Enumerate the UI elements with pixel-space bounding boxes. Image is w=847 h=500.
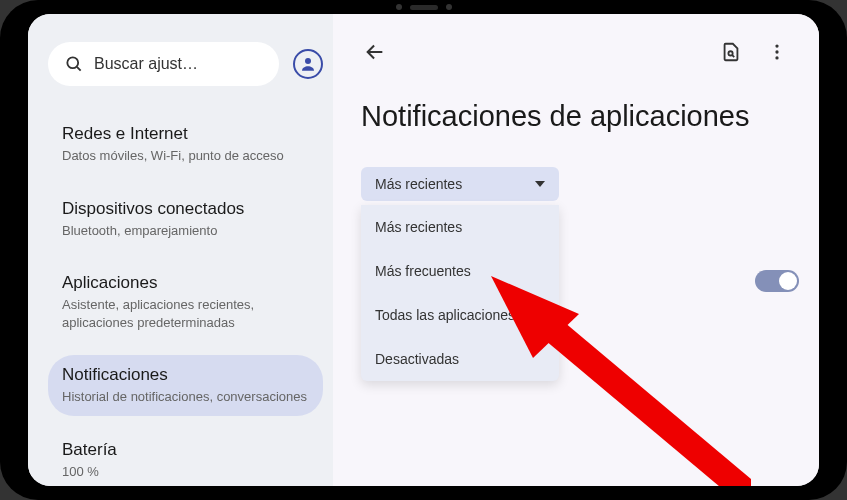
dropdown-option-recent[interactable]: Más recientes bbox=[361, 205, 559, 249]
sidebar-item-sub: Bluetooth, emparejamiento bbox=[62, 222, 309, 240]
sidebar-item-label: Redes e Internet bbox=[62, 124, 309, 144]
sidebar-item-sub: Asistente, aplicaciones recientes, aplic… bbox=[62, 296, 309, 331]
svg-point-0 bbox=[67, 57, 78, 68]
sidebar-item-network[interactable]: Redes e Internet Datos móviles, Wi-Fi, p… bbox=[48, 114, 323, 175]
page-title: Notificaciones de aplicaciones bbox=[361, 100, 791, 133]
sidebar-item-sub: Historial de notificaciones, conversacio… bbox=[62, 388, 309, 406]
main-content: Notificaciones de aplicaciones Más recie… bbox=[333, 14, 819, 486]
search-icon bbox=[64, 54, 84, 74]
sidebar-item-label: Aplicaciones bbox=[62, 273, 309, 293]
sidebar-item-battery[interactable]: Batería 100 % bbox=[48, 430, 323, 486]
sidebar: Buscar ajust… Redes e Internet Datos móv… bbox=[28, 14, 333, 486]
screen: Buscar ajust… Redes e Internet Datos móv… bbox=[28, 14, 819, 486]
dropdown-option-frequent[interactable]: Más frecuentes bbox=[361, 249, 559, 293]
more-vertical-icon bbox=[766, 41, 788, 63]
back-button[interactable] bbox=[361, 38, 389, 66]
toggle-switch[interactable] bbox=[755, 270, 799, 292]
dropdown-menu: Más recientes Más frecuentes Todas las a… bbox=[361, 205, 559, 381]
dropdown-selected: Más recientes bbox=[375, 176, 462, 192]
search-placeholder: Buscar ajust… bbox=[94, 55, 198, 73]
tablet-notch bbox=[364, 0, 484, 14]
svg-point-4 bbox=[728, 51, 732, 55]
arrow-left-icon bbox=[364, 41, 386, 63]
sidebar-item-sub: 100 % bbox=[62, 463, 309, 481]
dropdown-option-all[interactable]: Todas las aplicaciones bbox=[361, 293, 559, 337]
sidebar-item-notifications[interactable]: Notificaciones Historial de notificacion… bbox=[48, 355, 323, 416]
search-input[interactable]: Buscar ajust… bbox=[48, 42, 279, 86]
svg-line-5 bbox=[732, 55, 734, 57]
svg-point-6 bbox=[775, 44, 778, 47]
sidebar-item-sub: Datos móviles, Wi-Fi, punto de acceso bbox=[62, 147, 309, 165]
svg-line-1 bbox=[77, 67, 81, 71]
tablet-frame: Buscar ajust… Redes e Internet Datos móv… bbox=[0, 0, 847, 500]
sidebar-item-devices[interactable]: Dispositivos conectados Bluetooth, empar… bbox=[48, 189, 323, 250]
svg-point-2 bbox=[305, 58, 311, 64]
more-button[interactable] bbox=[763, 38, 791, 66]
profile-avatar[interactable] bbox=[293, 49, 323, 79]
filter-dropdown[interactable]: Más recientes bbox=[361, 167, 559, 201]
find-page-icon bbox=[720, 41, 742, 63]
sidebar-item-apps[interactable]: Aplicaciones Asistente, aplicaciones rec… bbox=[48, 263, 323, 341]
svg-line-9 bbox=[539, 318, 751, 486]
caret-down-icon bbox=[535, 181, 545, 187]
sidebar-item-label: Notificaciones bbox=[62, 365, 309, 385]
sidebar-item-label: Dispositivos conectados bbox=[62, 199, 309, 219]
sidebar-item-label: Batería bbox=[62, 440, 309, 460]
find-in-page-button[interactable] bbox=[717, 38, 745, 66]
svg-point-8 bbox=[775, 56, 778, 59]
toggle-knob bbox=[779, 272, 797, 290]
person-icon bbox=[299, 55, 317, 73]
dropdown-option-disabled[interactable]: Desactivadas bbox=[361, 337, 559, 381]
svg-point-7 bbox=[775, 50, 778, 53]
